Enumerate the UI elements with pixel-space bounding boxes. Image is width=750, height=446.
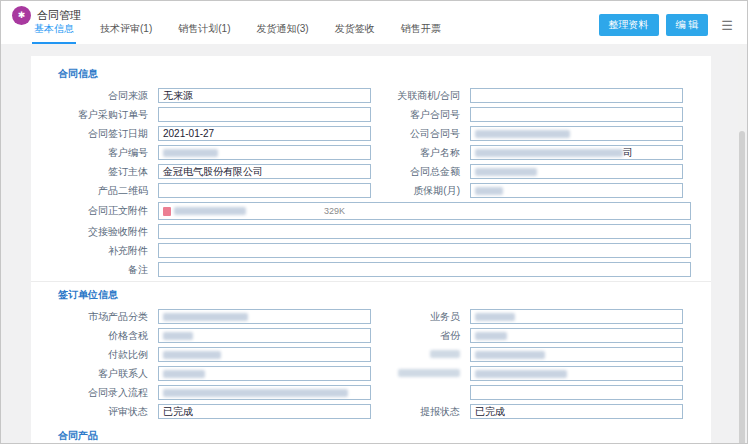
field-supplement-attachment[interactable] xyxy=(158,243,691,258)
field-salesman[interactable] xyxy=(470,309,683,324)
redacted-value xyxy=(163,370,205,378)
form-row: 合同录入流程 xyxy=(31,385,711,400)
field-payment-ratio[interactable] xyxy=(158,347,371,362)
section-title-contract-info: 合同信息 xyxy=(31,61,711,88)
redacted-value xyxy=(475,168,537,176)
label-payment-ratio: 付款比例 xyxy=(40,347,158,362)
field-customer-contract-no[interactable] xyxy=(470,107,683,122)
field-report-status[interactable]: 已完成 xyxy=(470,404,683,419)
field-sign-date[interactable]: 2021-01-27 xyxy=(158,126,371,141)
field-contract-attachment[interactable]: 329K xyxy=(158,202,691,220)
field-customer-name[interactable]: 司 xyxy=(470,145,683,160)
label-supplement-attachment: 补充附件 xyxy=(40,243,158,258)
field-customer-contact[interactable] xyxy=(158,366,371,381)
field-market-category[interactable] xyxy=(158,309,371,324)
form-row: 补充附件 xyxy=(31,243,711,258)
tab-basic-info[interactable]: 基本信息 xyxy=(32,22,76,44)
label-customer-name: 客户名称 xyxy=(371,145,470,160)
label-company-contract-no: 公司合同号 xyxy=(371,126,470,141)
redacted-value xyxy=(398,369,460,377)
file-size: 329K xyxy=(159,206,510,216)
organize-data-button[interactable]: 整理资料 xyxy=(599,14,659,36)
label-sign-entity: 签订主体 xyxy=(40,164,158,179)
redacted-value xyxy=(475,149,623,157)
edit-button[interactable]: 编 辑 xyxy=(666,14,709,36)
redacted-value xyxy=(163,332,193,340)
field-sign-entity[interactable]: 金冠电气股份有限公司 xyxy=(158,164,371,179)
field-remark[interactable] xyxy=(158,262,691,277)
label-customer-po-no: 客户采购订单号 xyxy=(40,107,158,122)
contract-detail-card: 合同信息 合同来源 无来源 关联商机/合同 客户采购订单号 客户合同号 合同签订… xyxy=(31,56,711,444)
redacted-value xyxy=(163,313,248,321)
field-review-status[interactable]: 已完成 xyxy=(158,404,371,419)
form-row: 客户采购订单号 客户合同号 xyxy=(31,107,711,122)
section-title-products: 合同产品 xyxy=(31,423,711,444)
top-bar: ✱ 合同管理 基本信息 技术评审(1) 销售计划(1) 发货通知(3) 发货签收… xyxy=(1,1,747,44)
label-province: 省份 xyxy=(371,328,470,343)
tab-tech-review[interactable]: 技术评审(1) xyxy=(98,22,154,44)
redacted-value xyxy=(475,130,570,138)
label-review-status: 评审状态 xyxy=(40,404,158,419)
label-report-status: 提报状态 xyxy=(371,404,470,419)
redacted-value xyxy=(163,389,348,397)
redacted-value xyxy=(163,351,221,359)
form-row: 合同签订日期 2021-01-27 公司合同号 xyxy=(31,126,711,141)
redacted-value xyxy=(430,350,460,358)
label-salesman: 业务员 xyxy=(371,309,470,324)
redacted-label xyxy=(371,347,470,362)
field-redacted[interactable] xyxy=(470,366,683,381)
label-customer-contact: 客户联系人 xyxy=(40,366,158,381)
field-related-opportunity[interactable] xyxy=(470,88,683,103)
label-market-category: 市场产品分类 xyxy=(40,309,158,324)
field-acceptance-attachment[interactable] xyxy=(158,224,691,239)
field-total-amount[interactable] xyxy=(470,164,683,179)
redacted-value xyxy=(475,313,515,321)
label-remark: 备注 xyxy=(40,262,158,277)
label-acceptance-attachment: 交接验收附件 xyxy=(40,224,158,239)
form-row: 交接验收附件 xyxy=(31,224,711,239)
tab-delivery-receipt[interactable]: 发货签收 xyxy=(333,22,377,44)
redacted-value xyxy=(475,351,545,359)
form-row: 付款比例 xyxy=(31,347,711,362)
field-product-qrcode[interactable] xyxy=(158,183,371,198)
field-warranty[interactable] xyxy=(470,183,683,198)
form-row: 合同正文附件 329K xyxy=(31,202,711,220)
field-contract-source[interactable]: 无来源 xyxy=(158,88,371,103)
label-total-amount: 合同总金额 xyxy=(371,164,470,179)
list-menu-icon[interactable]: ☰ xyxy=(721,18,733,33)
form-row: 市场产品分类 业务员 xyxy=(31,309,711,324)
form-row: 评审状态 已完成 提报状态 已完成 xyxy=(31,404,711,419)
tab-sales-invoice[interactable]: 销售开票 xyxy=(399,22,443,44)
contract-management-window: ✱ 合同管理 基本信息 技术评审(1) 销售计划(1) 发货通知(3) 发货签收… xyxy=(0,0,748,444)
app-avatar: ✱ xyxy=(12,6,31,25)
form-row: 价格含税 省份 xyxy=(31,328,711,343)
form-row: 客户联系人 xyxy=(31,366,711,381)
field-customer-code[interactable] xyxy=(158,145,371,160)
redacted-label xyxy=(371,366,470,381)
tab-bar: 基本信息 技术评审(1) 销售计划(1) 发货通知(3) 发货签收 销售开票 xyxy=(32,22,443,44)
label-entry-flow: 合同录入流程 xyxy=(40,385,158,400)
tab-sales-plan[interactable]: 销售计划(1) xyxy=(176,22,232,44)
redacted-value xyxy=(163,149,218,157)
label-warranty: 质保期(月) xyxy=(371,183,470,198)
label-customer-contract-no: 客户合同号 xyxy=(371,107,470,122)
scrollbar-thumb[interactable] xyxy=(739,131,745,444)
top-bar-actions: 整理资料 编 辑 ☰ xyxy=(599,14,733,36)
form-row: 签订主体 金冠电气股份有限公司 合同总金额 xyxy=(31,164,711,179)
field-price-tax[interactable] xyxy=(158,328,371,343)
redacted-value xyxy=(475,187,503,195)
field-company-contract-no[interactable] xyxy=(470,126,683,141)
field-redacted[interactable] xyxy=(470,347,683,362)
form-row: 产品二维码 质保期(月) xyxy=(31,183,711,198)
page-title: 合同管理 xyxy=(37,8,81,23)
field-redacted[interactable] xyxy=(470,385,683,400)
field-province[interactable] xyxy=(470,328,683,343)
field-customer-po-no[interactable] xyxy=(158,107,371,122)
app-avatar-icon: ✱ xyxy=(18,11,26,20)
tab-delivery-notice[interactable]: 发货通知(3) xyxy=(254,22,310,44)
form-row: 合同来源 无来源 关联商机/合同 xyxy=(31,88,711,103)
field-entry-flow[interactable] xyxy=(158,385,371,400)
label-sign-date: 合同签订日期 xyxy=(40,126,158,141)
form-row: 客户编号 客户名称 司 xyxy=(31,145,711,160)
label-contract-source: 合同来源 xyxy=(40,88,158,103)
